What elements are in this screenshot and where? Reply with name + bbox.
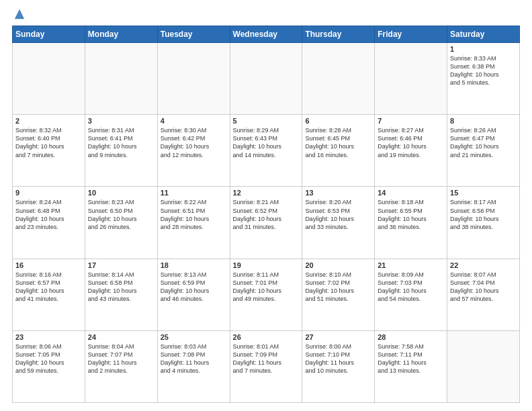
calendar-cell: 25Sunrise: 8:03 AM Sunset: 7:08 PM Dayli… <box>157 330 230 402</box>
calendar-cell: 20Sunrise: 8:10 AM Sunset: 7:02 PM Dayli… <box>302 259 375 330</box>
day-number: 17 <box>88 261 154 269</box>
calendar-cell <box>157 43 230 115</box>
calendar-cell: 24Sunrise: 8:04 AM Sunset: 7:07 PM Dayli… <box>85 330 157 402</box>
calendar-cell: 13Sunrise: 8:20 AM Sunset: 6:53 PM Dayli… <box>302 187 375 259</box>
day-info: Sunrise: 8:04 AM Sunset: 7:07 PM Dayligh… <box>88 342 154 375</box>
day-info: Sunrise: 8:11 AM Sunset: 7:01 PM Dayligh… <box>233 271 300 304</box>
calendar-cell: 2Sunrise: 8:32 AM Sunset: 6:40 PM Daylig… <box>13 115 85 187</box>
day-number: 24 <box>88 333 154 341</box>
week-row-2: 9Sunrise: 8:24 AM Sunset: 6:48 PM Daylig… <box>13 187 520 259</box>
logo-icon <box>13 8 26 20</box>
day-number: 2 <box>15 117 82 125</box>
calendar-cell: 1Sunrise: 8:33 AM Sunset: 6:38 PM Daylig… <box>447 43 520 115</box>
day-number: 3 <box>88 117 154 125</box>
day-number: 16 <box>15 261 82 269</box>
day-number: 23 <box>15 333 82 341</box>
day-info: Sunrise: 8:22 AM Sunset: 6:51 PM Dayligh… <box>161 198 227 231</box>
day-info: Sunrise: 8:28 AM Sunset: 6:45 PM Dayligh… <box>305 126 371 159</box>
day-number: 15 <box>450 189 517 197</box>
page: SundayMondayTuesdayWednesdayThursdayFrid… <box>0 0 532 411</box>
calendar-cell: 27Sunrise: 8:00 AM Sunset: 7:10 PM Dayli… <box>302 330 375 402</box>
week-row-1: 2Sunrise: 8:32 AM Sunset: 6:40 PM Daylig… <box>13 115 520 187</box>
day-number: 4 <box>161 117 227 125</box>
day-info: Sunrise: 8:06 AM Sunset: 7:05 PM Dayligh… <box>15 342 82 375</box>
day-info: Sunrise: 8:17 AM Sunset: 6:56 PM Dayligh… <box>450 198 517 231</box>
day-info: Sunrise: 8:20 AM Sunset: 6:53 PM Dayligh… <box>305 198 371 231</box>
day-info: Sunrise: 8:16 AM Sunset: 6:57 PM Dayligh… <box>15 271 82 304</box>
calendar-cell: 12Sunrise: 8:21 AM Sunset: 6:52 PM Dayli… <box>230 187 302 259</box>
header <box>12 11 520 20</box>
weekday-wednesday: Wednesday <box>230 26 302 43</box>
weekday-header-row: SundayMondayTuesdayWednesdayThursdayFrid… <box>13 26 520 43</box>
logo-text <box>12 13 26 20</box>
calendar-cell: 5Sunrise: 8:29 AM Sunset: 6:43 PM Daylig… <box>230 115 302 187</box>
day-info: Sunrise: 8:30 AM Sunset: 6:42 PM Dayligh… <box>161 126 227 159</box>
calendar-cell: 7Sunrise: 8:27 AM Sunset: 6:46 PM Daylig… <box>375 115 447 187</box>
day-number: 7 <box>378 117 444 125</box>
day-info: Sunrise: 8:00 AM Sunset: 7:10 PM Dayligh… <box>305 342 371 375</box>
calendar-cell: 8Sunrise: 8:26 AM Sunset: 6:47 PM Daylig… <box>447 115 520 187</box>
day-info: Sunrise: 8:14 AM Sunset: 6:58 PM Dayligh… <box>88 271 154 304</box>
calendar-cell: 3Sunrise: 8:31 AM Sunset: 6:41 PM Daylig… <box>85 115 157 187</box>
day-number: 5 <box>233 117 300 125</box>
day-info: Sunrise: 8:26 AM Sunset: 6:47 PM Dayligh… <box>450 126 517 159</box>
calendar-cell: 4Sunrise: 8:30 AM Sunset: 6:42 PM Daylig… <box>157 115 230 187</box>
day-number: 22 <box>450 261 517 269</box>
day-number: 20 <box>305 261 371 269</box>
day-info: Sunrise: 8:03 AM Sunset: 7:08 PM Dayligh… <box>161 342 227 375</box>
week-row-0: 1Sunrise: 8:33 AM Sunset: 6:38 PM Daylig… <box>13 43 520 115</box>
calendar-cell: 19Sunrise: 8:11 AM Sunset: 7:01 PM Dayli… <box>230 259 302 330</box>
calendar-table: SundayMondayTuesdayWednesdayThursdayFrid… <box>12 26 520 403</box>
day-info: Sunrise: 8:32 AM Sunset: 6:40 PM Dayligh… <box>15 126 82 159</box>
calendar-cell: 9Sunrise: 8:24 AM Sunset: 6:48 PM Daylig… <box>13 187 85 259</box>
day-info: Sunrise: 8:01 AM Sunset: 7:09 PM Dayligh… <box>233 342 300 375</box>
calendar-cell: 26Sunrise: 8:01 AM Sunset: 7:09 PM Dayli… <box>230 330 302 402</box>
day-info: Sunrise: 7:58 AM Sunset: 7:11 PM Dayligh… <box>378 342 444 375</box>
calendar-cell: 15Sunrise: 8:17 AM Sunset: 6:56 PM Dayli… <box>447 187 520 259</box>
calendar-cell <box>302 43 375 115</box>
day-number: 8 <box>450 117 517 125</box>
day-info: Sunrise: 8:07 AM Sunset: 7:04 PM Dayligh… <box>450 271 517 304</box>
weekday-sunday: Sunday <box>13 26 85 43</box>
day-info: Sunrise: 8:10 AM Sunset: 7:02 PM Dayligh… <box>305 271 371 304</box>
calendar-cell <box>375 43 447 115</box>
week-row-3: 16Sunrise: 8:16 AM Sunset: 6:57 PM Dayli… <box>13 259 520 330</box>
calendar-cell: 22Sunrise: 8:07 AM Sunset: 7:04 PM Dayli… <box>447 259 520 330</box>
calendar-cell: 11Sunrise: 8:22 AM Sunset: 6:51 PM Dayli… <box>157 187 230 259</box>
weekday-friday: Friday <box>375 26 447 43</box>
day-number: 26 <box>233 333 300 341</box>
calendar-cell: 6Sunrise: 8:28 AM Sunset: 6:45 PM Daylig… <box>302 115 375 187</box>
day-number: 18 <box>161 261 227 269</box>
day-number: 13 <box>305 189 371 197</box>
day-number: 12 <box>233 189 300 197</box>
day-info: Sunrise: 8:13 AM Sunset: 6:59 PM Dayligh… <box>161 271 227 304</box>
calendar-cell: 28Sunrise: 7:58 AM Sunset: 7:11 PM Dayli… <box>375 330 447 402</box>
day-info: Sunrise: 8:21 AM Sunset: 6:52 PM Dayligh… <box>233 198 300 231</box>
calendar-cell: 18Sunrise: 8:13 AM Sunset: 6:59 PM Dayli… <box>157 259 230 330</box>
day-info: Sunrise: 8:31 AM Sunset: 6:41 PM Dayligh… <box>88 126 154 159</box>
day-number: 27 <box>305 333 371 341</box>
calendar-cell: 23Sunrise: 8:06 AM Sunset: 7:05 PM Dayli… <box>13 330 85 402</box>
logo <box>12 13 26 20</box>
calendar-cell: 17Sunrise: 8:14 AM Sunset: 6:58 PM Dayli… <box>85 259 157 330</box>
day-number: 14 <box>378 189 444 197</box>
calendar-cell: 14Sunrise: 8:18 AM Sunset: 6:55 PM Dayli… <box>375 187 447 259</box>
day-number: 10 <box>88 189 154 197</box>
calendar-cell <box>447 330 520 402</box>
week-row-4: 23Sunrise: 8:06 AM Sunset: 7:05 PM Dayli… <box>13 330 520 402</box>
calendar-cell <box>13 43 85 115</box>
calendar-cell <box>85 43 157 115</box>
calendar-cell: 16Sunrise: 8:16 AM Sunset: 6:57 PM Dayli… <box>13 259 85 330</box>
day-number: 21 <box>378 261 444 269</box>
day-info: Sunrise: 8:24 AM Sunset: 6:48 PM Dayligh… <box>15 198 82 231</box>
calendar-cell <box>230 43 302 115</box>
svg-marker-0 <box>15 9 24 19</box>
day-number: 9 <box>15 189 82 197</box>
day-info: Sunrise: 8:29 AM Sunset: 6:43 PM Dayligh… <box>233 126 300 159</box>
day-info: Sunrise: 8:23 AM Sunset: 6:50 PM Dayligh… <box>88 198 154 231</box>
day-number: 1 <box>450 45 517 53</box>
weekday-thursday: Thursday <box>302 26 375 43</box>
day-number: 19 <box>233 261 300 269</box>
day-number: 25 <box>161 333 227 341</box>
day-info: Sunrise: 8:09 AM Sunset: 7:03 PM Dayligh… <box>378 271 444 304</box>
